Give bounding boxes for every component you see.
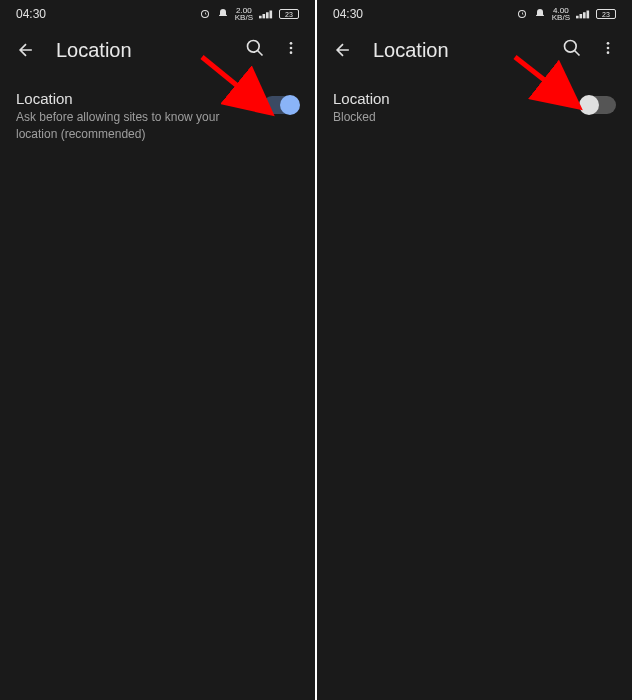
svg-rect-0 (259, 16, 262, 19)
status-time: 04:30 (333, 7, 363, 21)
location-toggle[interactable] (263, 96, 299, 114)
svg-point-4 (248, 41, 260, 53)
setting-subtitle: Blocked (333, 109, 560, 126)
page-title: Location (373, 39, 542, 62)
app-bar: Location (0, 26, 315, 74)
svg-rect-1 (263, 14, 266, 18)
mute-icon (534, 8, 546, 20)
page-title: Location (56, 39, 225, 62)
setting-title: Location (16, 90, 243, 107)
mute-icon (217, 8, 229, 20)
more-icon[interactable] (283, 38, 299, 62)
status-time: 04:30 (16, 7, 46, 21)
svg-point-6 (290, 47, 293, 50)
alarm-icon (199, 8, 211, 20)
phone-screen-right: 04:30 4.00 KB/S 23 Location (317, 0, 632, 700)
phone-screen-left: 04:30 2.00 KB/S 23 Location (0, 0, 315, 700)
location-toggle[interactable] (580, 96, 616, 114)
search-icon[interactable] (245, 38, 265, 62)
data-rate: 2.00 KB/S (235, 7, 253, 21)
setting-title: Location (333, 90, 560, 107)
svg-rect-10 (583, 12, 586, 18)
toggle-thumb (579, 95, 599, 115)
back-button[interactable] (16, 40, 36, 60)
signal-icon (576, 9, 590, 19)
svg-point-13 (607, 42, 610, 45)
svg-rect-11 (587, 11, 590, 19)
status-icons: 2.00 KB/S 23 (199, 7, 299, 21)
status-bar: 04:30 2.00 KB/S 23 (0, 0, 315, 26)
status-icons: 4.00 KB/S 23 (516, 7, 616, 21)
svg-rect-9 (580, 14, 583, 18)
setting-text: Location Blocked (333, 90, 580, 126)
svg-rect-3 (270, 11, 273, 19)
location-setting-row[interactable]: Location Blocked (317, 74, 632, 142)
svg-rect-2 (266, 12, 269, 18)
setting-subtitle: Ask before allowing sites to know your l… (16, 109, 243, 143)
svg-point-5 (290, 42, 293, 45)
setting-text: Location Ask before allowing sites to kn… (16, 90, 263, 143)
signal-icon (259, 9, 273, 19)
status-bar: 04:30 4.00 KB/S 23 (317, 0, 632, 26)
more-icon[interactable] (600, 38, 616, 62)
location-setting-row[interactable]: Location Ask before allowing sites to kn… (0, 74, 315, 159)
alarm-icon (516, 8, 528, 20)
svg-point-12 (565, 41, 577, 53)
svg-point-15 (607, 51, 610, 54)
search-icon[interactable] (562, 38, 582, 62)
battery-icon: 23 (596, 9, 616, 19)
data-rate: 4.00 KB/S (552, 7, 570, 21)
back-button[interactable] (333, 40, 353, 60)
battery-icon: 23 (279, 9, 299, 19)
svg-point-14 (607, 47, 610, 50)
app-bar: Location (317, 26, 632, 74)
svg-rect-8 (576, 16, 579, 19)
toggle-thumb (280, 95, 300, 115)
svg-point-7 (290, 51, 293, 54)
